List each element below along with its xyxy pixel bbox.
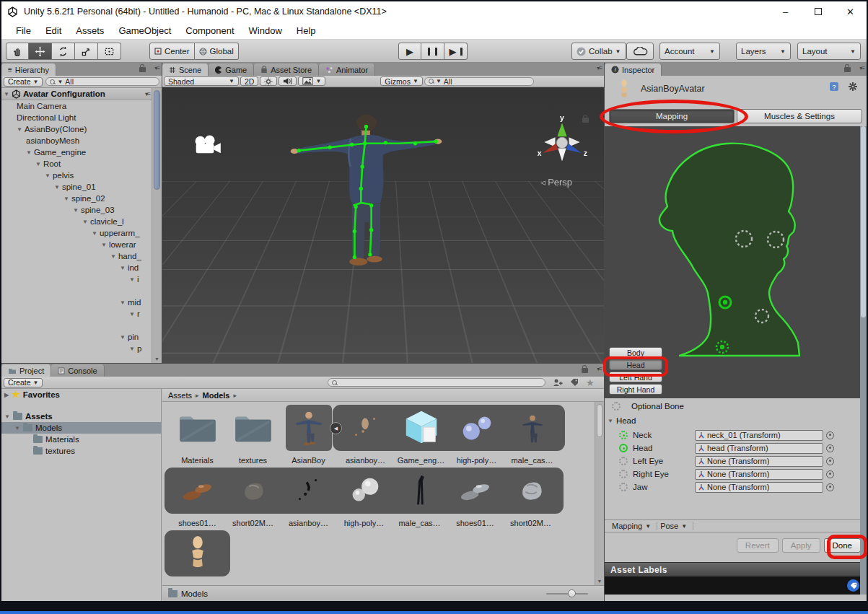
avatar-tab-muscles-settings[interactable]: Muscles & Settings: [737, 109, 862, 123]
hierarchy-item-p[interactable]: ▼p: [1, 343, 152, 354]
foldout-arrow[interactable]: ▼: [120, 299, 126, 306]
hierarchy-item-ind[interactable]: ▼ind: [1, 262, 152, 273]
body-part-left-hand[interactable]: Left Hand: [609, 372, 662, 382]
bone-field-head[interactable]: head (Transform): [695, 443, 823, 454]
object-picker-icon[interactable]: [826, 444, 834, 452]
tab-console[interactable]: Console: [51, 364, 104, 377]
space-toggle-button[interactable]: Global: [195, 43, 239, 60]
tab-hierarchy[interactable]: ≡Hierarchy: [1, 63, 56, 76]
inspector-scrollbar[interactable]: [860, 126, 867, 595]
scene-viewport[interactable]: y x z ◃ Persp: [162, 87, 604, 363]
foldout-arrow[interactable]: ▼: [73, 207, 79, 214]
asset-item-short02m[interactable]: short02M…: [225, 471, 281, 527]
breadcrumb-models[interactable]: Models: [203, 391, 230, 400]
lighting-toggle-button[interactable]: [260, 76, 277, 86]
asset-item-male-cas[interactable]: male_cas…: [392, 471, 447, 527]
move-tool-button[interactable]: [29, 43, 52, 60]
tab-inspector[interactable]: i Inspector: [605, 63, 662, 76]
tab-scene[interactable]: Scene: [162, 63, 209, 76]
object-picker-icon[interactable]: [826, 483, 834, 491]
pane-menu-icon[interactable]: ▾≡: [154, 65, 159, 71]
hierarchy-item-main-camera[interactable]: Main Camera: [1, 100, 152, 112]
bone-field-right-eye[interactable]: None (Transform): [695, 469, 823, 480]
foldout-arrow[interactable]: ▼: [110, 253, 116, 260]
menu-assets[interactable]: Assets: [69, 25, 111, 36]
menu-component[interactable]: Component: [178, 25, 241, 36]
tab-game[interactable]: Game: [209, 63, 254, 76]
axis-cone-south[interactable]: [558, 148, 566, 161]
object-picker-icon[interactable]: [826, 457, 834, 465]
hierarchy-item-asianboy-clone[interactable]: ▼AsianBoy(Clone): [1, 123, 152, 135]
minimize-button[interactable]: –: [769, 1, 802, 22]
audio-toggle-button[interactable]: [279, 76, 297, 86]
expand-subassets-button[interactable]: ◀: [330, 422, 342, 434]
create-dropdown[interactable]: Create▼: [4, 378, 43, 387]
head-section-foldout[interactable]: ▼ Head: [608, 416, 636, 425]
project-tree-textures[interactable]: textures: [1, 445, 161, 457]
orientation-gizmo[interactable]: y x z: [535, 113, 589, 168]
object-picker-icon[interactable]: [826, 431, 834, 439]
hierarchy-item-directional-light[interactable]: Directional Light: [1, 112, 152, 123]
thumbnail-size-slider[interactable]: [546, 593, 588, 595]
lock-icon[interactable]: [139, 67, 146, 72]
breadcrumb-assets[interactable]: Assets: [168, 391, 192, 400]
pose-menu-dropdown[interactable]: Pose▼: [657, 522, 693, 530]
step-button[interactable]: ▶: [444, 43, 468, 60]
menu-window[interactable]: Window: [242, 25, 289, 36]
scrollbar-thumb[interactable]: [597, 404, 602, 437]
hierarchy-item-r[interactable]: ▼r: [1, 308, 152, 320]
foldout-arrow[interactable]: ▼: [129, 276, 135, 283]
hierarchy-scrollbar[interactable]: ▼: [152, 88, 162, 363]
body-part-body[interactable]: Body: [609, 347, 662, 358]
hierarchy-item-spine-03[interactable]: ▼spine_03: [1, 204, 152, 216]
scene-search-input[interactable]: ▼All: [424, 77, 534, 86]
foldout-arrow[interactable]: ▼: [101, 242, 107, 248]
foldout-arrow[interactable]: ▼: [14, 425, 20, 431]
foldout-arrow[interactable]: ▼: [129, 311, 135, 317]
foldout-arrow[interactable]: ▼: [17, 126, 22, 133]
lock-icon[interactable]: [582, 368, 588, 373]
bone-field-jaw[interactable]: None (Transform): [695, 482, 823, 493]
asset-item-high-poly[interactable]: high-poly…: [449, 408, 504, 465]
hierarchy-search-input[interactable]: ▼All: [45, 77, 159, 86]
menu-edit[interactable]: Edit: [38, 25, 69, 36]
rotate-tool-button[interactable]: [52, 43, 75, 60]
account-dropdown[interactable]: Account▼: [659, 43, 720, 60]
cloud-button[interactable]: [626, 43, 654, 60]
foldout-arrow[interactable]: ▼: [54, 184, 60, 190]
scrollbar-thumb[interactable]: [154, 90, 160, 190]
hierarchy-item-pin[interactable]: ▼pin: [1, 331, 152, 343]
asset-item-short02m[interactable]: short02M…: [503, 471, 558, 527]
body-part-right-hand[interactable]: Right Hand: [609, 384, 662, 395]
asset-item-asianboy[interactable]: asianboy…: [281, 471, 336, 527]
project-search-input[interactable]: [328, 378, 545, 387]
asset-item-shoes01[interactable]: shoes01…: [447, 471, 503, 527]
foldout-arrow[interactable]: ▼: [82, 219, 88, 225]
pivot-toggle-button[interactable]: Center: [149, 43, 195, 60]
foldout-arrow[interactable]: ▼: [63, 196, 69, 202]
search-by-type-icon[interactable]: [553, 378, 563, 387]
maximize-button[interactable]: [802, 1, 834, 22]
object-picker-icon[interactable]: [826, 470, 834, 478]
gizmo-lock-icon[interactable]: [582, 118, 589, 123]
collab-dropdown[interactable]: Collab▼: [571, 43, 626, 60]
project-tree-assets[interactable]: ▼Assets: [1, 411, 161, 422]
character-model[interactable]: [289, 102, 444, 269]
slider-knob[interactable]: [568, 589, 576, 597]
gizmos-dropdown[interactable]: Gizmos▼: [380, 76, 423, 86]
tab-project[interactable]: Project: [1, 364, 51, 377]
done-button[interactable]: Done: [824, 538, 862, 553]
pane-menu-icon[interactable]: ▾≡: [597, 65, 602, 71]
perspective-label[interactable]: ◃ Persp: [540, 177, 572, 188]
foldout-arrow[interactable]: ▼: [129, 346, 135, 352]
tab-animator[interactable]: Animator: [319, 63, 375, 76]
asset-item-materials[interactable]: Materials: [170, 408, 225, 465]
close-button[interactable]: ✕: [834, 1, 867, 22]
scene-menu-icon[interactable]: ▾≡: [145, 91, 150, 97]
bone-field-neck[interactable]: neck_01 (Transform): [695, 430, 823, 441]
asset-item-male-cas[interactable]: male_cas…: [504, 408, 560, 465]
hierarchy-item-pelvis[interactable]: ▼pelvis: [1, 170, 152, 181]
hierarchy-item-spine-01[interactable]: ▼spine_01: [1, 181, 152, 193]
rect-tool-button[interactable]: [98, 43, 121, 60]
axis-y-cone[interactable]: [557, 123, 566, 136]
